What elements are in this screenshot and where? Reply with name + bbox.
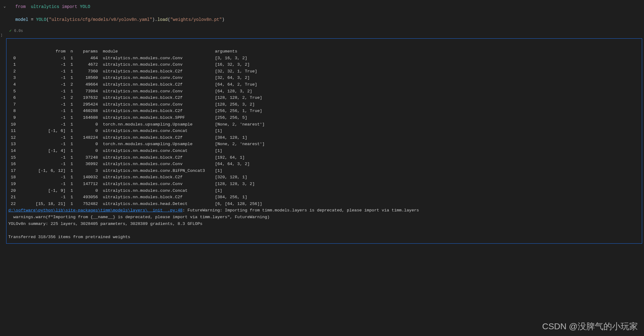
table-row: 1 -1 1 4672 ultralytics.nn.modules.conv.… — [8, 62, 250, 67]
cell-bracket-marker: ] — [1, 33, 2, 38]
keyword-from: from — [15, 4, 26, 9]
check-icon: ✓ — [9, 28, 12, 34]
cell-gutter: ⌄ — [0, 1, 9, 25]
table-row: 22 [15, 18, 21] 1 752482 ultralytics.nn.… — [8, 202, 262, 206]
class-call: YOLO — [36, 17, 46, 22]
table-row: 20 [-1, 9] 1 0 ultralytics.nn.modules.co… — [8, 188, 222, 193]
keyword-import: import — [62, 4, 77, 9]
table-row: 15 -1 1 37248 ultralytics.nn.modules.blo… — [8, 155, 245, 160]
table-row: 18 -1 1 140032 ultralytics.nn.modules.bl… — [8, 175, 247, 180]
model-summary: YOLOv8n summary: 225 layers, 3028405 par… — [8, 222, 202, 226]
table-row: 6 -1 2 197632 ultralytics.nn.modules.blo… — [8, 95, 262, 100]
table-row: 16 -1 1 36992 ultralytics.nn.modules.con… — [8, 162, 250, 166]
table-row: 4 -1 2 49664 ultralytics.nn.modules.bloc… — [8, 82, 257, 87]
code-content[interactable]: from ultralytics import YOLO model = YOL… — [9, 1, 644, 25]
var-model: model — [15, 17, 28, 22]
table-row: 10 -1 1 0 torch.nn.modules.upsampling.Up… — [8, 122, 265, 127]
code-blank-line — [15, 10, 638, 17]
transfer-message: Transferred 318/356 items from pretraine… — [8, 235, 130, 239]
warning-line-2: warnings.warn(f"Importing from {__name__… — [8, 215, 270, 219]
table-row: 17 [-1, 6, 12] 1 3 ultralytics.nn.module… — [8, 168, 222, 173]
table-row: 3 -1 1 18560 ultralytics.nn.modules.conv… — [8, 75, 250, 80]
table-row: 2 -1 1 7360 ultralytics.nn.modules.block… — [8, 69, 257, 74]
chevron-down-icon[interactable]: ⌄ — [3, 4, 6, 9]
method-load: load — [157, 17, 168, 22]
execution-time: 6.0s — [14, 28, 23, 34]
table-row: 7 -1 1 295424 ultralytics.nn.modules.con… — [8, 102, 255, 107]
string-arg1: "ultralytics/cfg/models/v8/yolov8n.yaml" — [49, 17, 152, 22]
table-row: 19 -1 1 147712 ultralytics.nn.modules.co… — [8, 182, 255, 186]
table-row: 9 -1 1 164608 ultralytics.nn.modules.blo… — [8, 115, 247, 120]
table-row: 11 [-1, 6] 1 0 ultralytics.nn.modules.co… — [8, 129, 222, 133]
execution-status: ✓ 6.0s — [0, 27, 644, 35]
table-row: 0 -1 1 464 ultralytics.nn.modules.conv.C… — [8, 56, 247, 60]
table-row: 12 -1 1 148224 ultralytics.nn.modules.bl… — [8, 135, 247, 140]
table-row: 21 -1 1 493056 ultralytics.nn.modules.bl… — [8, 195, 247, 199]
output-text: from n params module arguments 0 -1 1 46… — [8, 42, 640, 241]
warning-message: : FutureWarning: Importing from timm.mod… — [183, 208, 419, 213]
table-row: 5 -1 1 73984 ultralytics.nn.modules.conv… — [8, 89, 252, 94]
table-row: 14 [-1, 4] 1 0 ultralytics.nn.modules.co… — [8, 149, 222, 153]
module-name: ultralytics — [31, 4, 59, 9]
warning-file-link[interactable]: d:\software\python\lib\site-packages\tim… — [8, 208, 183, 213]
table-row: 13 -1 1 0 torch.nn.modules.upsampling.Up… — [8, 142, 265, 146]
table-header: from n params module arguments — [8, 49, 237, 54]
output-cell[interactable]: from n params module arguments 0 -1 1 46… — [6, 38, 642, 244]
string-arg2: "weights/yolov8n.pt" — [170, 17, 222, 22]
class-yolo: YOLO — [80, 4, 90, 9]
code-line-1: from ultralytics import YOLO — [15, 4, 638, 10]
table-row: 8 -1 1 460288 ultralytics.nn.modules.blo… — [8, 109, 262, 113]
code-cell[interactable]: ⌄ from ultralytics import YOLO model = Y… — [0, 0, 644, 27]
code-line-2: model = YOLO("ultralytics/cfg/models/v8/… — [15, 17, 638, 23]
